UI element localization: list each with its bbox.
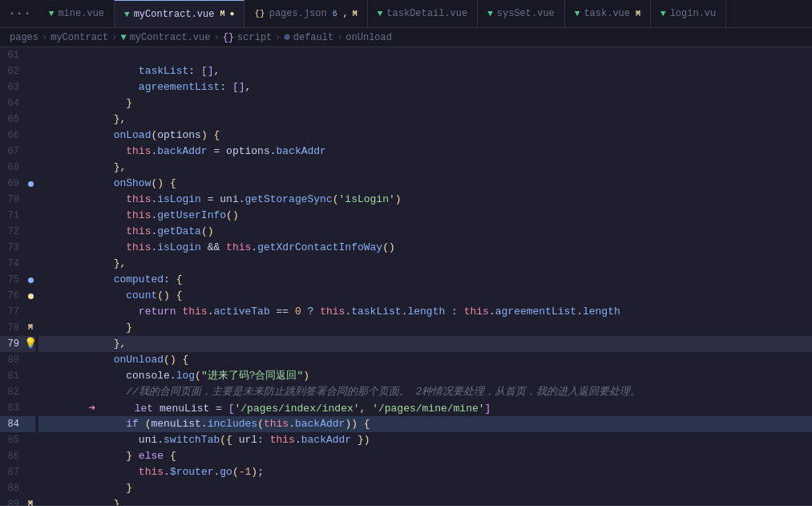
breadcrumb-mycontract: myContract: [50, 32, 108, 43]
gutter-row-84: 84: [0, 416, 35, 432]
default-icon: ⊙: [285, 31, 290, 43]
tab-login-label: login.vu: [670, 8, 717, 19]
code-line-82: ➜ let menuList = ['/pages/index/index', …: [38, 384, 812, 400]
gutter-row-69: 69: [0, 176, 35, 192]
gutter-row-61: 61: [0, 47, 35, 63]
tab-taskdetail[interactable]: ▼ taskDetail.vue: [368, 0, 478, 27]
code-line-74: computed: {: [38, 256, 812, 272]
gutter-row-72: 72: [0, 224, 35, 240]
gutter-row-86: 86: [0, 448, 35, 464]
editor: 61 62 63 64 65: [0, 47, 812, 505]
gutter-row-65: 65: [0, 111, 35, 128]
tab-sysset-label: sysSet.vue: [497, 8, 555, 19]
breadcrumb-onunload: onUnload: [345, 32, 392, 43]
vue-icon: ▼: [575, 9, 580, 18]
code-line-65: onLoad(options) {: [38, 111, 812, 128]
gutter-row-70: 70: [0, 192, 35, 208]
vue-breadcrumb-icon: ▼: [120, 32, 126, 43]
gutter-row-76: 76: [0, 288, 35, 304]
gutter-row-80: 80: [0, 352, 35, 368]
code-line-64: },: [38, 95, 812, 111]
gutter-row-66: 66: [0, 128, 35, 144]
gutter-row-78: 78 M: [0, 320, 35, 336]
tab-mine[interactable]: ▼ mine.vue: [39, 0, 115, 27]
gutter-row-77: 77: [0, 304, 35, 320]
gutter-row-74: 74: [0, 256, 35, 272]
vue-icon: ▼: [487, 9, 493, 18]
tab-pages[interactable]: {} pages.json 6 , M: [244, 0, 367, 27]
gutter-row-63: 63: [0, 79, 35, 95]
vue-icon: ▼: [661, 9, 666, 18]
vue-icon: ▼: [49, 9, 55, 18]
pages-badge: 6: [333, 10, 337, 18]
tab-mycontract-label: myContract.vue: [134, 9, 215, 20]
red-arrow-icon: ➜: [88, 402, 95, 415]
vue-icon: ▼: [378, 9, 383, 18]
code-line-89: methods: {: [38, 496, 812, 505]
tab-task[interactable]: ▼ task.vue M: [565, 0, 651, 27]
gutter-row-85: 85: [0, 432, 35, 448]
gutter-row-89: 89 M: [0, 496, 35, 506]
code-line-88: },: [38, 480, 812, 496]
tab-pages-label: pages.json: [269, 8, 327, 19]
app-container: ··· ▼ mine.vue ▼ myContract.vue M ● {} p…: [0, 0, 812, 506]
breadcrumb-file: myContract.vue: [130, 32, 211, 43]
modified-badge: M: [636, 10, 640, 18]
gutter: 61 62 63 64 65: [0, 47, 35, 505]
gutter-row-87: 87: [0, 464, 35, 480]
code-line-61: taskList: [],: [38, 47, 812, 63]
gutter-row-68: 68: [0, 160, 35, 176]
tab-bar: ··· ▼ mine.vue ▼ myContract.vue M ● {} p…: [0, 0, 812, 28]
tab-mine-label: mine.vue: [58, 8, 104, 19]
tab-overflow[interactable]: ···: [0, 0, 39, 27]
modified-badge: , M: [343, 10, 358, 18]
gutter-row-83: 83: [0, 400, 35, 416]
breadcrumb-pages: pages: [10, 32, 38, 43]
code-line-68: onShow() {: [38, 160, 812, 176]
tab-task-label: task.vue: [584, 8, 630, 19]
gutter-row-82: 82: [0, 384, 35, 400]
breadcrumb-script: script: [237, 32, 272, 43]
vue-icon: ▼: [124, 10, 130, 19]
modified-badge: M ●: [220, 10, 234, 18]
gutter-row-88: 88: [0, 480, 35, 496]
tab-login[interactable]: ▼ login.vu: [651, 0, 726, 27]
gutter-row-75: 75: [0, 272, 35, 288]
breadcrumb: pages › myContract › ▼ myContract.vue › …: [0, 28, 812, 47]
script-icon: {}: [223, 32, 234, 43]
code-area[interactable]: taskList: [], agreementList: [], } }, on…: [35, 47, 812, 505]
gutter-row-71: 71: [0, 208, 35, 224]
gutter-row-67: 67: [0, 144, 35, 160]
gutter-row-62: 62: [0, 63, 35, 79]
gutter-row-73: 73: [0, 240, 35, 256]
json-icon: {}: [254, 9, 265, 18]
tab-mycontract[interactable]: ▼ myContract.vue M ●: [115, 0, 244, 27]
code-line-79: onUnload() {: [38, 336, 812, 352]
gutter-row-79: 79 💡: [0, 336, 35, 352]
breadcrumb-default: default: [293, 32, 333, 43]
tab-sysset[interactable]: ▼ sysSet.vue: [478, 0, 565, 27]
tab-taskdetail-label: taskDetail.vue: [386, 8, 467, 19]
gutter-row-81: 81: [0, 368, 35, 384]
code-line-78: },: [38, 320, 812, 336]
gutter-row-64: 64: [0, 95, 35, 111]
